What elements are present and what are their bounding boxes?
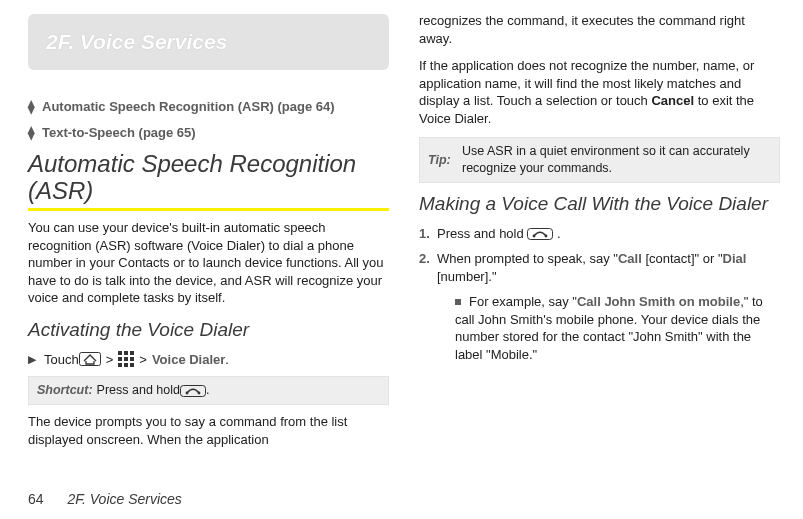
list-item: 1. Press and hold . [419, 225, 780, 243]
step-text: Touch [44, 351, 79, 369]
diamond-icon: ⧫ [28, 125, 34, 140]
diamond-icon: ⧫ [28, 99, 34, 114]
toc-text: Text-to-Speech (page 65) [42, 125, 196, 140]
square-bullet-icon [455, 299, 461, 305]
callout-text: Use ASR in a quiet environment so it can… [462, 143, 771, 177]
section-header: 2F. Voice Services [28, 14, 389, 70]
callout-label: Tip: [428, 152, 458, 169]
svg-rect-8 [124, 363, 128, 367]
svg-rect-7 [118, 363, 122, 367]
triangle-icon: ▶ [28, 352, 36, 367]
body-paragraph: The device prompts you to say a command … [28, 413, 389, 448]
home-icon [79, 352, 101, 366]
voice-command: Call [618, 251, 642, 266]
step-text: [number]." [437, 269, 497, 284]
phone-key-icon [527, 228, 553, 240]
table-of-contents: ⧫Automatic Speech Recognition (ASR) (pag… [28, 98, 389, 141]
separator: > [106, 351, 114, 369]
footer-section: 2F. Voice Services [67, 491, 181, 507]
toc-text: Automatic Speech Recognition (ASR) (page… [42, 99, 335, 114]
menu-label: Voice Dialer [152, 351, 225, 369]
svg-rect-6 [130, 357, 134, 361]
apps-grid-icon [118, 351, 134, 367]
page-number: 64 [28, 491, 44, 507]
svg-point-15 [545, 235, 548, 238]
svg-rect-3 [130, 351, 134, 355]
bullet-text: For example, say " [469, 294, 577, 309]
svg-rect-4 [118, 357, 122, 361]
page-footer: 64 2F. Voice Services [28, 490, 182, 509]
step-text: Press and hold [437, 226, 527, 241]
sub-bullet: For example, say "Call John Smith on mob… [455, 293, 780, 363]
intro-paragraph: You can use your device's built-in autom… [28, 219, 389, 307]
cancel-label: Cancel [651, 93, 694, 108]
toc-item: ⧫Text-to-Speech (page 65) [28, 124, 389, 142]
svg-point-12 [198, 391, 201, 394]
svg-rect-10 [180, 385, 205, 396]
section-title: 2F. Voice Services [46, 28, 371, 56]
callout-label: Shortcut: [37, 382, 93, 399]
instruction-step: ▶ Touch > > Voice Dialer. [28, 351, 389, 369]
svg-rect-5 [124, 357, 128, 361]
main-heading: Automatic Speech Recognition (ASR) [28, 151, 389, 204]
separator: > [139, 351, 147, 369]
step-number: 2. [419, 250, 430, 268]
sub-heading: Activating the Voice Dialer [28, 317, 389, 343]
shortcut-callout: Shortcut: Press and hold . [28, 376, 389, 405]
step-text: [contact]" or " [642, 251, 723, 266]
sub-heading: Making a Voice Call With the Voice Diale… [419, 191, 780, 217]
svg-rect-2 [124, 351, 128, 355]
tip-callout: Tip: Use ASR in a quiet environment so i… [419, 137, 780, 183]
callout-text-end: . [206, 382, 209, 399]
numbered-steps: 1. Press and hold . 2. When prompted to … [419, 225, 780, 364]
svg-rect-13 [528, 229, 553, 240]
step-text: When prompted to speak, say " [437, 251, 618, 266]
svg-point-11 [186, 391, 189, 394]
step-number: 1. [419, 225, 430, 243]
step-text-end: . [225, 351, 229, 369]
svg-rect-1 [118, 351, 122, 355]
voice-command: Dial [723, 251, 747, 266]
body-paragraph-cont: recognizes the command, it executes the … [419, 12, 780, 47]
accent-bar [28, 208, 389, 211]
phone-key-icon [180, 385, 206, 397]
svg-rect-9 [130, 363, 134, 367]
list-item: 2. When prompted to speak, say "Call [co… [419, 250, 780, 363]
svg-point-14 [533, 235, 536, 238]
toc-item: ⧫Automatic Speech Recognition (ASR) (pag… [28, 98, 389, 116]
callout-text: Press and hold [97, 382, 180, 399]
body-paragraph: If the application does not recognize th… [419, 57, 780, 127]
step-text-end: . [557, 226, 561, 241]
voice-command-example: Call John Smith on mobile [577, 294, 740, 309]
